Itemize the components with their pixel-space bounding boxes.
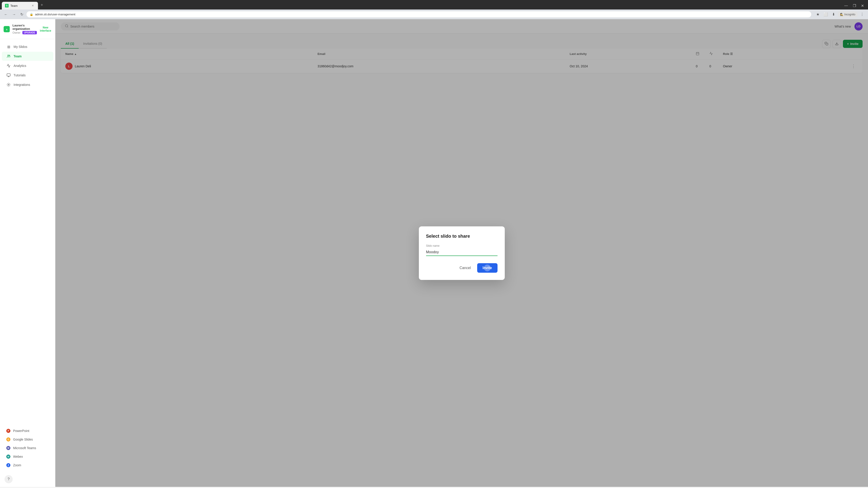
- powerpoint-label: PowerPoint: [13, 429, 29, 433]
- sidebar-item-label-analytics: Analytics: [13, 64, 26, 68]
- help-button[interactable]: ?: [4, 475, 13, 483]
- sidebar-item-my-slidos[interactable]: ⊞ My Slidos: [2, 42, 53, 51]
- webex-icon: W: [6, 455, 10, 459]
- sidebar-item-zoom[interactable]: Z Zoom: [2, 461, 53, 469]
- slido-name-input[interactable]: [426, 249, 498, 256]
- lock-icon: 🔒: [30, 13, 33, 16]
- window-minimize-button[interactable]: —: [842, 3, 850, 9]
- cancel-button[interactable]: Cancel: [456, 264, 474, 272]
- incognito-icon: 🕵: [840, 13, 843, 16]
- sidebar-item-label-tutorials: Tutorials: [13, 73, 26, 77]
- modal-field: Slido name: [426, 244, 498, 256]
- slido-logo: s: [4, 25, 10, 34]
- tab-favicon: S: [5, 4, 8, 7]
- sidebar-item-tutorials[interactable]: Tutorials: [2, 71, 53, 80]
- sidebar-item-analytics[interactable]: Analytics: [2, 61, 53, 70]
- window-close-button[interactable]: ✕: [859, 3, 866, 9]
- new-tab-button[interactable]: +: [38, 2, 45, 9]
- svg-point-7: [8, 84, 9, 86]
- main-content: What's new LD All (1) Invitations (0): [55, 19, 868, 487]
- bookmark-icon[interactable]: ★: [815, 11, 821, 18]
- modal-actions: Cancel Invite: [426, 263, 498, 273]
- integrations-icon: [6, 83, 11, 87]
- analytics-icon: [6, 64, 11, 68]
- integrations-section: P PowerPoint G Google Slides M Microsoft…: [0, 424, 55, 471]
- new-interface-button[interactable]: New interface: [39, 26, 52, 32]
- sidebar-item-google-slides[interactable]: G Google Slides: [2, 435, 53, 444]
- svg-rect-4: [7, 74, 10, 76]
- tab-title: Team: [10, 4, 18, 7]
- upgrade-badge[interactable]: UPGRADE: [22, 31, 37, 34]
- window-maximize-button[interactable]: ❐: [850, 3, 858, 9]
- reload-button[interactable]: ↻: [19, 11, 25, 18]
- download-icon[interactable]: ⬇: [831, 11, 836, 18]
- zoom-label: Zoom: [13, 463, 21, 467]
- sidebar-item-webex[interactable]: W Webex: [2, 453, 53, 461]
- forward-button[interactable]: →: [11, 11, 17, 18]
- svg-point-2: [8, 55, 9, 56]
- team-icon: [6, 54, 11, 59]
- sidebar-item-label-integrations: Integrations: [13, 83, 30, 87]
- select-slido-modal: Select slido to share Slido name Cancel …: [419, 226, 505, 280]
- org-name: Lauren's organization: [12, 24, 37, 31]
- sidebar: s Lauren's organization Owner UPGRADE Ne…: [0, 19, 55, 487]
- sidebar-item-microsoft-teams[interactable]: M Microsoft Teams: [2, 444, 53, 452]
- zoom-icon: Z: [6, 463, 10, 467]
- google-slides-icon: G: [6, 437, 10, 442]
- webex-label: Webex: [13, 455, 23, 458]
- tutorials-icon: [6, 73, 11, 77]
- svg-text:s: s: [6, 28, 7, 31]
- invite-modal-button[interactable]: Invite: [477, 263, 498, 273]
- browser-tab[interactable]: S Team ✕: [2, 2, 38, 9]
- field-label: Slido name: [426, 244, 498, 248]
- address-text: admin.sli.do/user-management: [35, 13, 75, 16]
- sidebar-item-team[interactable]: Team: [2, 52, 53, 61]
- incognito-label: Incognito: [844, 13, 855, 16]
- modal-title: Select slido to share: [426, 234, 498, 239]
- org-role: Owner: [12, 31, 20, 34]
- incognito-badge: 🕵 Incognito: [838, 11, 858, 18]
- svg-point-3: [9, 55, 10, 56]
- powerpoint-icon: P: [6, 429, 10, 433]
- microsoft-teams-label: Microsoft Teams: [13, 446, 36, 450]
- back-button[interactable]: ←: [3, 11, 9, 18]
- address-bar[interactable]: 🔒 admin.sli.do/user-management: [26, 11, 811, 18]
- sidebar-item-label-my-slidos: My Slidos: [13, 45, 27, 48]
- extensions-icon[interactable]: ⬜: [822, 11, 829, 18]
- my-slidos-icon: ⊞: [6, 44, 11, 49]
- microsoft-teams-icon: M: [6, 446, 10, 450]
- modal-overlay: Select slido to share Slido name Cancel …: [55, 19, 868, 487]
- more-options-icon[interactable]: ⋮: [859, 11, 865, 18]
- sidebar-item-label-team: Team: [13, 55, 22, 58]
- tab-close-btn[interactable]: ✕: [31, 4, 35, 8]
- google-slides-label: Google Slides: [13, 437, 33, 441]
- sidebar-nav: ⊞ My Slidos Team Analytics: [0, 39, 55, 424]
- sidebar-item-powerpoint[interactable]: P PowerPoint: [2, 427, 53, 435]
- sidebar-item-integrations[interactable]: Integrations: [2, 80, 53, 89]
